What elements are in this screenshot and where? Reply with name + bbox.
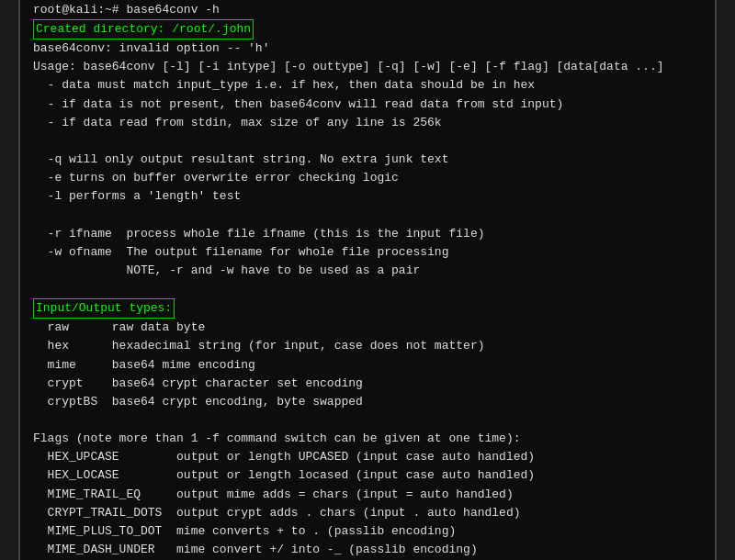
terminal-line: Input/Output types: [33,298,702,319]
terminal-line: -w ofname The output filename for whole … [33,243,702,262]
terminal-line: Usage: base64conv [-l] [-i intype] [-o o… [33,58,702,76]
terminal-line: base64conv: invalid option -- 'h' [33,39,702,58]
terminal-line: HEX_LOCASE output or length locased (inp… [33,466,702,485]
blank-line [33,280,702,298]
terminal-line: -r ifname process whole file ifname (thi… [33,225,702,243]
blank-line [33,132,702,151]
terminal-line: MIME_PLUS_TO_DOT mime converts + to . (p… [33,522,702,541]
blank-line [33,206,702,224]
terminal-line: -q will only output resultant string. No… [33,151,702,169]
terminal-line: -l performs a 'length' test [33,187,702,206]
terminal-line: mime base64 mime encoding [33,356,702,375]
terminal-line: HEX_UPCASE output or length UPCASED (inp… [33,448,702,466]
terminal-line: root@kali:~# base64conv -h [33,1,702,19]
terminal-line: NOTE, -r and -w have to be used as a pai… [33,262,702,280]
terminal-line: raw raw data byte [33,319,702,337]
terminal-line: Flags (note more than 1 -f command switc… [33,430,702,448]
terminal-line: - if data read from stdin, max size of a… [33,114,702,132]
terminal-line: -e turns on buffer overwrite error check… [33,169,702,187]
terminal-line: hex hexadecimal string (for input, case … [33,337,702,355]
terminal-line: MIME_DASH_UNDER mime convert +/ into -_ … [33,541,702,559]
terminal-window: root@kali:~# base64conv -hCreated direct… [18,0,717,560]
terminal-line: - data must match input_type i.e. if hex… [33,76,702,95]
highlighted-text: Input/Output types: [33,298,175,319]
terminal-line: cryptBS base64 crypt encoding, byte swap… [33,393,702,411]
terminal-line: - if data is not present, then base64con… [33,95,702,114]
terminal-line: CRYPT_TRAIL_DOTS output crypt adds . cha… [33,504,702,522]
highlighted-text: Created directory: /root/.john [33,19,254,39]
blank-line [33,411,702,430]
terminal-line: MIME_TRAIL_EQ output mime adds = chars (… [33,486,702,504]
terminal-line: crypt base64 crypt character set encodin… [33,375,702,393]
terminal-line: Created directory: /root/.john [33,19,702,39]
